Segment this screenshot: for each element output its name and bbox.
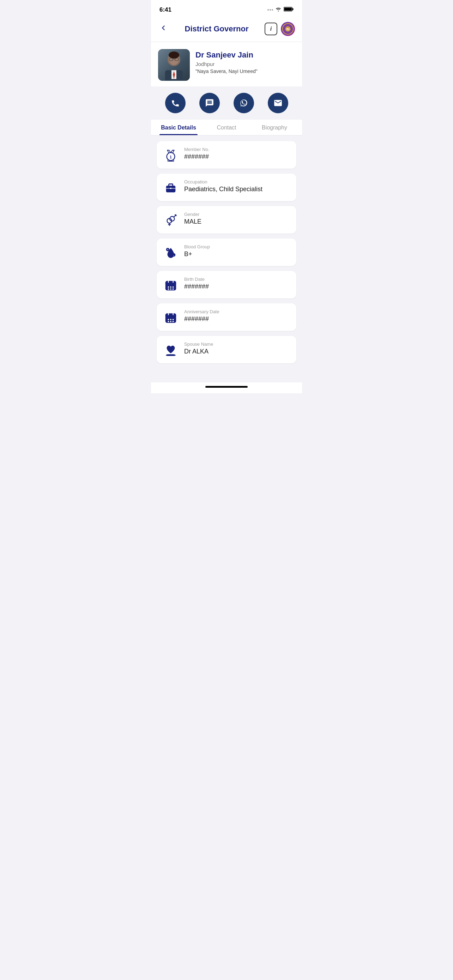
svg-marker-57 (175, 354, 176, 356)
blood-group-content: Blood Group B+ (184, 244, 290, 258)
tabs: Basic Details Contact Biography (151, 119, 302, 135)
page-title: District Governor (168, 24, 265, 33)
card-birth-date: Birth Date ####### (157, 271, 296, 298)
status-icons (267, 7, 294, 13)
svg-rect-36 (165, 281, 176, 285)
anniversary-calendar-icon (163, 310, 178, 325)
occupation-value: Paediatrics, Child Specialist (184, 186, 290, 193)
card-gender: Gender MALE (157, 206, 296, 234)
svg-point-49 (168, 319, 169, 320)
svg-point-43 (170, 289, 172, 290)
svg-text:+: + (167, 248, 168, 251)
profile-quote: "Naya Savera, Nayi Umeed" (196, 68, 295, 74)
svg-point-39 (168, 286, 169, 288)
svg-marker-56 (166, 354, 167, 356)
info-button[interactable]: i (265, 22, 277, 35)
birth-date-content: Birth Date ####### (184, 277, 290, 290)
card-anniversary-date: Anniversary Date ####### (157, 303, 296, 331)
member-no-label: Member No. (184, 147, 290, 152)
svg-point-42 (168, 289, 169, 290)
header: District Governor i RI (151, 18, 302, 42)
card-member-no: 1 Member No. ####### (157, 141, 296, 169)
svg-rect-1 (292, 8, 294, 10)
header-actions: i RI (265, 22, 295, 36)
svg-point-44 (173, 289, 174, 290)
sms-button[interactable] (199, 93, 220, 113)
tab-biography[interactable]: Biography (251, 119, 299, 135)
battery-icon (284, 7, 294, 13)
blood-group-value: B+ (184, 250, 290, 258)
call-button[interactable] (165, 93, 186, 113)
svg-rect-21 (168, 184, 173, 187)
medal-icon: 1 (163, 148, 178, 163)
profile-name: Dr Sanjeev Jain (196, 51, 295, 60)
member-no-value: ####### (184, 153, 290, 161)
svg-point-40 (170, 286, 172, 288)
profile-city: Jodhpur (196, 61, 295, 67)
svg-point-52 (168, 321, 169, 323)
card-blood-group: + - Blood Group B+ (157, 239, 296, 266)
spouse-name-value: Dr ALKA (184, 348, 290, 355)
blood-icon: + - (163, 245, 178, 260)
spouse-name-content: Spouse Name Dr ALKA (184, 342, 290, 355)
svg-rect-55 (167, 354, 175, 356)
bottom-bar (151, 382, 302, 393)
member-no-content: Member No. ####### (184, 147, 290, 161)
svg-rect-46 (165, 313, 176, 318)
anniversary-date-value: ####### (184, 315, 290, 323)
occupation-label: Occupation (184, 179, 290, 185)
profile-info: Dr Sanjeev Jain Jodhpur "Naya Savera, Na… (196, 49, 295, 74)
svg-point-41 (173, 286, 174, 288)
whatsapp-button[interactable] (234, 93, 254, 113)
card-spouse-name: Spouse Name Dr ALKA (157, 336, 296, 363)
gender-content: Gender MALE (184, 212, 290, 226)
avatar (158, 49, 190, 81)
svg-rect-2 (284, 8, 291, 11)
tab-contact[interactable]: Contact (202, 119, 251, 135)
wifi-icon (275, 7, 281, 13)
anniversary-date-label: Anniversary Date (184, 309, 290, 314)
home-indicator (205, 386, 248, 388)
birth-date-label: Birth Date (184, 277, 290, 282)
status-time: 6:41 (159, 6, 172, 13)
svg-text:RI: RI (286, 27, 290, 31)
back-button[interactable] (158, 22, 168, 35)
svg-rect-23 (170, 188, 172, 189)
calendar-icon (163, 277, 178, 293)
gender-label: Gender (184, 212, 290, 217)
heart-icon (163, 342, 178, 358)
anniversary-date-content: Anniversary Date ####### (184, 309, 290, 323)
org-logo: RI (281, 22, 295, 36)
svg-point-50 (170, 319, 172, 320)
svg-point-51 (173, 319, 174, 320)
svg-point-53 (170, 321, 172, 323)
action-buttons (151, 86, 302, 119)
briefcase-icon (163, 180, 178, 196)
svg-point-54 (173, 321, 174, 323)
svg-text:1: 1 (170, 155, 172, 159)
occupation-content: Occupation Paediatrics, Child Specialist (184, 179, 290, 193)
tab-basic-details[interactable]: Basic Details (154, 119, 202, 135)
spouse-name-label: Spouse Name (184, 342, 290, 347)
signal-icon (267, 9, 273, 11)
content-area: 1 Member No. ####### Occupation Paediatr… (151, 135, 302, 382)
card-occupation: Occupation Paediatrics, Child Specialist (157, 173, 296, 201)
profile-section: Dr Sanjeev Jain Jodhpur "Naya Savera, Na… (151, 42, 302, 86)
gender-icon (163, 212, 178, 228)
birth-date-value: ####### (184, 283, 290, 290)
gender-value: MALE (184, 218, 290, 226)
status-bar: 6:41 (151, 0, 302, 18)
email-button[interactable] (268, 93, 288, 113)
blood-group-label: Blood Group (184, 244, 290, 250)
svg-point-16 (168, 51, 179, 59)
